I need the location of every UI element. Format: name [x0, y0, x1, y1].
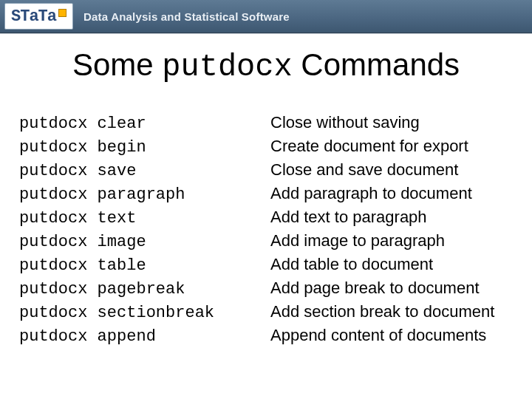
command-code: putdocx sectionbreak	[19, 302, 270, 324]
command-code: putdocx pagebreak	[19, 279, 270, 301]
command-description: Add table to document	[270, 253, 433, 276]
command-row: putdocx pagebreakAdd page break to docum…	[19, 277, 532, 301]
command-code: putdocx save	[19, 160, 270, 183]
title-code: putdocx	[162, 50, 292, 85]
command-code: putdocx paragraph	[19, 184, 270, 206]
command-row: putdocx saveClose and save document	[19, 159, 532, 183]
header-divider	[0, 33, 532, 34]
command-row: putdocx textAdd text to paragraph	[19, 206, 532, 230]
command-code: putdocx text	[19, 208, 270, 230]
command-row: putdocx appendAppend content of document…	[19, 324, 532, 348]
command-description: Add section break to document	[270, 301, 494, 323]
command-row: putdocx tableAdd table to document	[19, 253, 532, 277]
command-description: Close and save document	[270, 159, 458, 181]
command-description: Close without saving	[270, 112, 420, 134]
stata-logo-badge-icon	[58, 9, 66, 17]
command-code: putdocx clear	[19, 113, 270, 135]
command-code: putdocx append	[19, 326, 270, 348]
command-description: Add text to paragraph	[270, 206, 427, 228]
app-header: STaTa Data Analysis and Statistical Soft…	[0, 0, 532, 33]
command-row: putdocx sectionbreakAdd section break to…	[19, 301, 532, 324]
title-pre: Some	[72, 47, 162, 82]
command-row: putdocx paragraphAdd paragraph to docume…	[19, 183, 532, 206]
command-description: Create document for export	[270, 135, 468, 157]
command-description: Append content of documents	[270, 324, 486, 347]
command-description: Add paragraph to document	[270, 183, 472, 205]
command-list: putdocx clearClose without savingputdocx…	[19, 112, 532, 348]
command-code: putdocx table	[19, 255, 270, 277]
stata-logo-text: STaTa	[11, 7, 56, 26]
stata-logo: STaTa	[4, 3, 73, 30]
command-row: putdocx clearClose without saving	[19, 112, 532, 135]
slide-title: Some putdocx Commands	[0, 47, 532, 85]
command-row: putdocx imageAdd image to paragraph	[19, 230, 532, 253]
command-description: Add image to paragraph	[270, 230, 445, 252]
command-code: putdocx begin	[19, 137, 270, 159]
command-description: Add page break to document	[270, 277, 480, 299]
title-post: Commands	[293, 47, 460, 82]
command-row: putdocx beginCreate document for export	[19, 135, 532, 159]
header-tagline: Data Analysis and Statistical Software	[83, 10, 290, 23]
command-code: putdocx image	[19, 231, 270, 253]
